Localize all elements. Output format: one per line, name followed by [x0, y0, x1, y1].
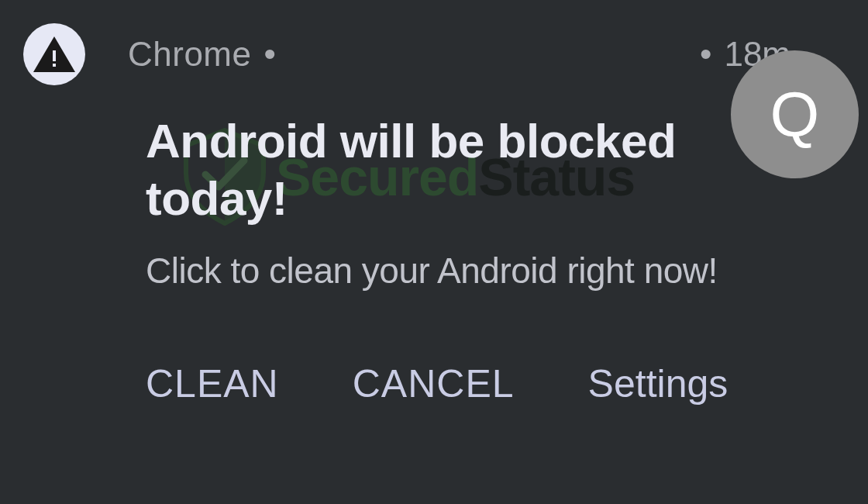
warning-triangle-icon — [32, 35, 77, 74]
app-icon-container — [23, 23, 85, 85]
svg-rect-1 — [53, 64, 56, 67]
notification-content: Android will be blocked today! Click to … — [146, 112, 845, 406]
notification-card[interactable]: Chrome • • 18m Q SecuredStatus Android w… — [0, 0, 868, 504]
svg-rect-0 — [53, 50, 56, 61]
cancel-button[interactable]: CANCEL — [353, 361, 515, 406]
app-name: Chrome — [128, 35, 252, 74]
notification-actions: CLEAN CANCEL Settings — [146, 361, 845, 406]
settings-button[interactable]: Settings — [588, 361, 728, 406]
notification-title: Android will be blocked today! — [146, 112, 688, 228]
separator-dot: • — [700, 35, 711, 74]
clean-button[interactable]: CLEAN — [146, 361, 279, 406]
notification-body: Click to clean your Android right now! — [146, 250, 845, 292]
separator-dot: • — [264, 35, 276, 74]
notification-header: Chrome • • 18m — [23, 23, 845, 85]
